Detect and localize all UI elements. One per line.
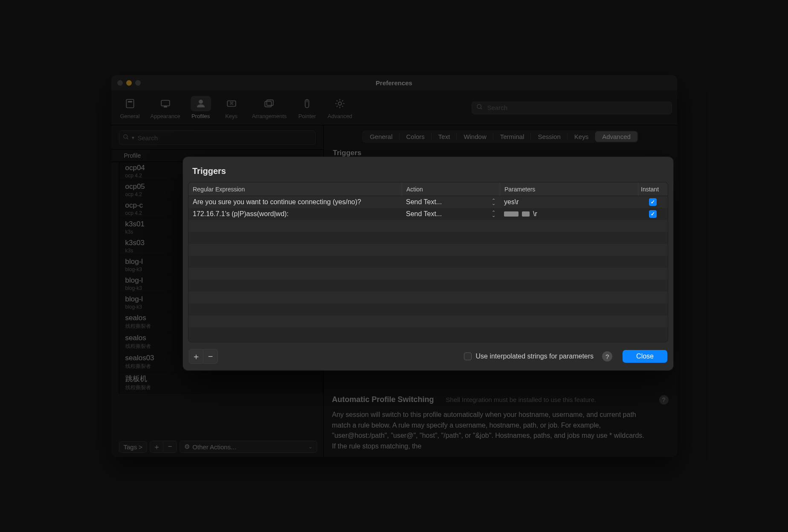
- stepper-icon[interactable]: ⌃⌄: [492, 199, 495, 205]
- trigger-row-empty[interactable]: [188, 244, 668, 256]
- action-label: Send Text...: [406, 198, 442, 206]
- params-text: yes\r: [504, 198, 519, 206]
- trigger-row-empty[interactable]: [188, 280, 668, 292]
- triggers-table-header: Regular Expression Action Parameters Ins…: [188, 182, 668, 196]
- trigger-row-empty[interactable]: [188, 327, 668, 339]
- toolbar-search-input[interactable]: [487, 104, 667, 112]
- trigger-row-empty[interactable]: [188, 256, 668, 268]
- preferences-window: Preferences General Appearance Profiles⌘…: [111, 75, 677, 457]
- chevron-down-icon[interactable]: ▾: [132, 135, 134, 141]
- instant-checkbox[interactable]: ✓: [649, 210, 657, 218]
- remove-trigger-button[interactable]: −: [203, 349, 218, 364]
- col-instant[interactable]: Instant: [638, 182, 668, 196]
- tab-window[interactable]: Window: [457, 131, 493, 142]
- tab-colors[interactable]: Colors: [400, 131, 432, 142]
- interpolated-strings-checkbox[interactable]: [464, 353, 472, 360]
- toolbar-item-label: Pointer: [298, 113, 316, 119]
- toolbar-profiles[interactable]: Profiles: [187, 93, 214, 122]
- profile-item[interactable]: 跳板机 线程撕裂者: [119, 372, 323, 393]
- instant-cell[interactable]: ✓: [638, 210, 668, 218]
- toolbar-search[interactable]: [472, 101, 672, 114]
- toolbar-advanced[interactable]: Advanced: [324, 93, 356, 122]
- svg-rect-7: [265, 101, 272, 107]
- col-regex[interactable]: Regular Expression: [188, 186, 402, 193]
- profiles-search-input[interactable]: [137, 134, 312, 142]
- help-icon[interactable]: ?: [602, 351, 612, 361]
- action-cell[interactable]: Send Text... ⌃⌄: [402, 210, 500, 218]
- redacted-segment: [522, 211, 530, 217]
- regex-cell[interactable]: 172.16.7.1's (p|P)ass(word|wd):: [188, 210, 402, 218]
- tab-terminal[interactable]: Terminal: [493, 131, 531, 142]
- display-icon: [155, 96, 176, 111]
- svg-rect-1: [128, 101, 132, 102]
- svg-line-13: [481, 108, 482, 109]
- toolbar-item-label: Profiles: [191, 113, 210, 119]
- toolbar-keys[interactable]: ⌘ Keys: [218, 93, 245, 122]
- toolbar-appearance[interactable]: Appearance: [147, 93, 184, 122]
- tab-general[interactable]: General: [363, 131, 399, 142]
- triggers-dialog-footer: ＋ − Use interpolated strings for paramet…: [183, 347, 673, 370]
- keyboard-icon: ⌘: [221, 96, 242, 111]
- svg-point-12: [477, 104, 481, 108]
- toolbar-arrangements[interactable]: Arrangements: [249, 93, 290, 122]
- add-trigger-button[interactable]: ＋: [189, 349, 203, 364]
- triggers-table-body[interactable]: Are you sure you want to continue connec…: [188, 196, 668, 342]
- trigger-row-empty[interactable]: [188, 220, 668, 232]
- trigger-row-empty[interactable]: [188, 304, 668, 315]
- regex-cell[interactable]: Are you sure you want to continue connec…: [188, 198, 402, 206]
- params-cell[interactable]: \r: [500, 210, 638, 218]
- close-button[interactable]: Close: [623, 350, 667, 363]
- tab-advanced[interactable]: Advanced: [595, 131, 637, 142]
- params-cell[interactable]: yes\r: [500, 198, 638, 206]
- col-action[interactable]: Action: [402, 182, 500, 196]
- tab-text[interactable]: Text: [432, 131, 457, 142]
- profiles-search[interactable]: ▾: [119, 130, 316, 145]
- tab-keys[interactable]: Keys: [568, 131, 595, 142]
- instant-cell[interactable]: ✓: [638, 198, 668, 206]
- action-cell[interactable]: Send Text... ⌃⌄: [402, 198, 500, 206]
- col-params[interactable]: Parameters: [500, 182, 638, 196]
- aps-title: Automatic Profile Switching: [332, 395, 434, 404]
- svg-point-4: [199, 100, 203, 104]
- stepper-icon[interactable]: ⌃⌄: [492, 211, 495, 217]
- aps-description: Any session will switch to this profile …: [332, 410, 648, 452]
- svg-rect-0: [126, 99, 133, 108]
- other-actions-dropdown[interactable]: ⚙ Other Actions... ⌄: [180, 441, 317, 453]
- profile-title: 跳板机: [125, 374, 319, 384]
- trigger-row-empty[interactable]: [188, 315, 668, 327]
- trigger-row[interactable]: 172.16.7.1's (p|P)ass(word|wd): Send Tex…: [188, 208, 668, 220]
- interpolated-strings-label: Use interpolated strings for parameters: [476, 353, 594, 360]
- svg-rect-3: [164, 107, 167, 107]
- trigger-row[interactable]: Are you sure you want to continue connec…: [188, 196, 668, 208]
- preferences-toolbar: General Appearance Profiles⌘ Keys Arrang…: [111, 90, 677, 125]
- params-text: \r: [533, 210, 537, 218]
- toolbar-item-label: Keys: [225, 113, 238, 119]
- toolbar-pointer[interactable]: Pointer: [293, 93, 321, 122]
- triggers-dialog-title: Triggers: [183, 157, 673, 182]
- triggers-dialog: Triggers Regular Expression Action Param…: [183, 157, 673, 370]
- tab-session[interactable]: Session: [531, 131, 567, 142]
- instant-checkbox[interactable]: ✓: [649, 198, 657, 206]
- action-label: Send Text...: [406, 210, 442, 218]
- trigger-row-empty[interactable]: [188, 292, 668, 304]
- automatic-profile-switching-section: Automatic Profile Switching Shell Integr…: [332, 387, 669, 452]
- tags-dropdown[interactable]: Tags >: [119, 441, 148, 453]
- svg-rect-2: [161, 100, 170, 106]
- interpolated-strings-option[interactable]: Use interpolated strings for parameters: [464, 353, 594, 360]
- add-profile-button[interactable]: ＋: [150, 441, 163, 453]
- svg-line-15: [127, 138, 128, 139]
- aps-note: Shell Integration must be installed to u…: [446, 396, 647, 403]
- trigger-row-empty[interactable]: [188, 268, 668, 280]
- toolbar-general[interactable]: General: [116, 93, 144, 122]
- remove-profile-button[interactable]: −: [163, 441, 177, 453]
- profile-tab-bar: GeneralColorsTextWindowTerminalSessionKe…: [332, 130, 669, 143]
- gear-icon: ⚙: [184, 443, 190, 451]
- mouse-icon: [297, 96, 317, 111]
- help-icon[interactable]: ?: [659, 395, 669, 405]
- toolbar-item-label: Appearance: [151, 113, 180, 119]
- slider-icon: [120, 96, 140, 111]
- triggers-section-title: Triggers: [333, 149, 669, 157]
- toolbar-item-label: Advanced: [327, 113, 352, 119]
- trigger-row-empty[interactable]: [188, 232, 668, 244]
- svg-point-14: [123, 134, 127, 138]
